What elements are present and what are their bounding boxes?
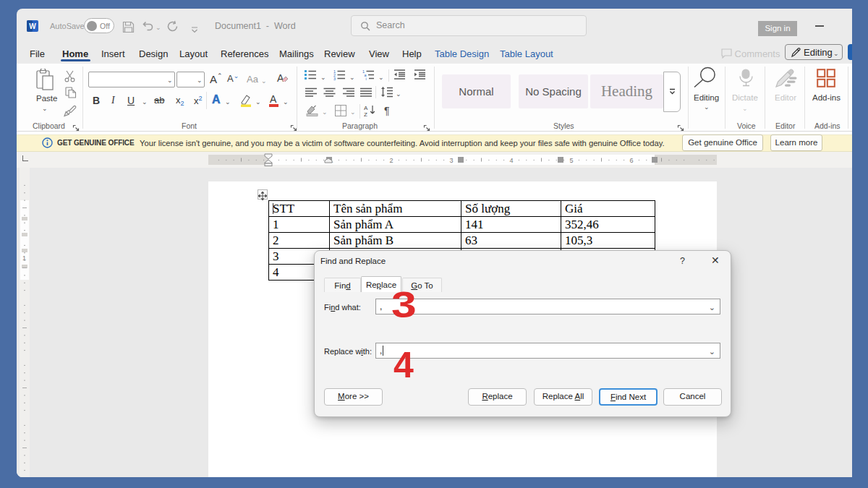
svg-text:6: 6 xyxy=(629,157,633,164)
svg-text:Z: Z xyxy=(364,111,367,117)
svg-text:3: 3 xyxy=(449,157,453,164)
svg-text:2: 2 xyxy=(389,157,393,164)
svg-text:5: 5 xyxy=(569,157,573,164)
svg-text:4: 4 xyxy=(509,157,513,164)
svg-text:i: i xyxy=(366,77,367,81)
svg-text:3: 3 xyxy=(333,77,336,81)
svg-text:W: W xyxy=(29,22,36,30)
